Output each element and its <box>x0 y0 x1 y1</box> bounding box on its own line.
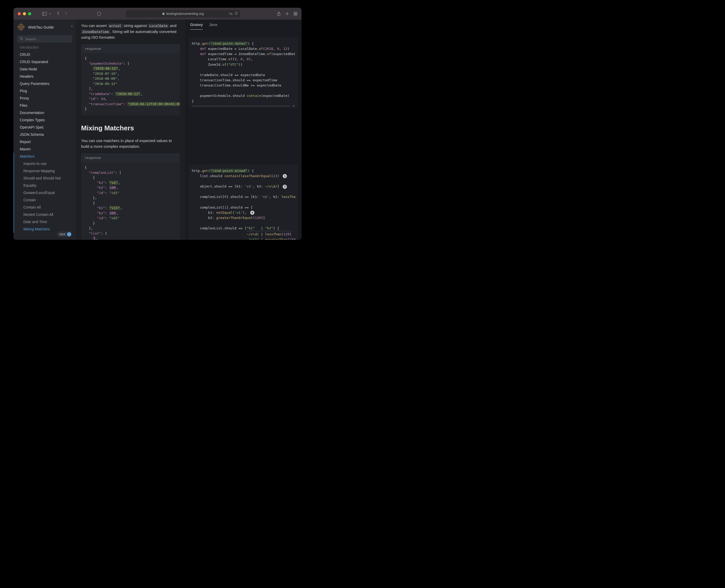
article-column: You can assert actual string against Loc… <box>76 20 185 240</box>
nav-sub-imports[interactable]: Imports to use <box>14 160 76 167</box>
groovy-code-dates: http.get("/end-point-dates") { def expec… <box>189 37 298 107</box>
browser-window: testingisdocumenting.org ᴬ⇆ <box>14 8 301 240</box>
nav-matchers[interactable]: Matchers <box>14 153 76 160</box>
nav-query-parameters[interactable]: Query Parameters <box>14 80 76 87</box>
privacy-shield-icon[interactable] <box>97 12 101 16</box>
minimize-window-button[interactable] <box>23 12 26 15</box>
groovy-code-mixed: http.get("/end-point-mixed") { list.shou… <box>189 165 298 240</box>
logo-globe-icon <box>17 23 25 31</box>
url-text: testingisdocumenting.org <box>166 12 204 16</box>
nav-ping[interactable]: Ping <box>14 87 76 94</box>
svg-rect-7 <box>294 12 295 14</box>
share-icon[interactable] <box>277 12 281 16</box>
search-input[interactable]: Search... <box>17 35 72 43</box>
collapse-sidebar-icon[interactable] <box>71 24 73 29</box>
nav-sub-response-mapping[interactable]: Response Mapping <box>14 167 76 174</box>
svg-rect-10 <box>296 14 297 15</box>
annotation-badge-2: 2 <box>283 185 287 189</box>
nav-maven[interactable]: Maven <box>14 145 76 153</box>
tab-java[interactable]: Java <box>209 22 217 29</box>
tab-groovy[interactable]: Groovy <box>190 22 203 29</box>
language-tabs: Groovy Java <box>185 20 301 29</box>
nav-sub-greater-less-equal[interactable]: Greater/Less/Equal <box>14 189 76 196</box>
svg-rect-8 <box>296 12 297 14</box>
docs-sidebar: WebTau Guide Search... Introduction CRUD… <box>14 20 76 240</box>
code-sample-pane: Groovy Java http.get("/end-point-dates")… <box>185 20 301 240</box>
mixing-paragraph: You can use matchers in place of expecte… <box>81 138 180 150</box>
main-area: You can assert actual string against Loc… <box>76 20 301 240</box>
theme-toggle[interactable]: dark <box>57 231 72 237</box>
json-response-1: { "paymentSchedule": [ "2018-06-12", "20… <box>81 53 180 115</box>
response-label-2: response <box>81 153 180 163</box>
tab-overview-icon[interactable] <box>294 12 297 16</box>
toggle-knob <box>67 232 71 236</box>
nav-sub-equality[interactable]: Equality <box>14 182 76 189</box>
nav-report[interactable]: Report <box>14 138 76 145</box>
new-tab-icon[interactable] <box>285 12 289 16</box>
nav-openapi-spec[interactable]: OpenAPI Spec <box>14 124 76 131</box>
page-content: WebTau Guide Search... Introduction CRUD… <box>14 20 301 240</box>
reload-icon[interactable] <box>235 12 238 16</box>
svg-line-17 <box>22 39 23 40</box>
response-json-card-2: response { "complexList": [ { "k1": "v1"… <box>81 153 180 240</box>
nav-complex-types[interactable]: Complex Types <box>14 117 76 124</box>
annotation-badge-4: 4 <box>250 211 255 215</box>
nav-sub-nested-contain-all[interactable]: Nested Contain All <box>14 211 76 218</box>
nav-crud[interactable]: CRUD <box>14 51 76 58</box>
browser-toolbar: testingisdocumenting.org ᴬ⇆ <box>14 8 301 20</box>
response-json-card-1: response { "paymentSchedule": [ "2018-06… <box>81 44 180 115</box>
nav-json-schema[interactable]: JSON Schema <box>14 131 76 138</box>
nav-sub-should[interactable]: Should and Should Not <box>14 174 76 182</box>
nav-sub-date-time[interactable]: Date and Time <box>14 218 76 226</box>
forward-button[interactable] <box>64 11 67 16</box>
sidebar-nav: Introduction CRUD CRUD Separated Data No… <box>14 45 76 240</box>
address-bar[interactable]: testingisdocumenting.org ᴬ⇆ <box>126 10 240 17</box>
close-window-button[interactable] <box>18 12 21 15</box>
section-mixing-matchers: Mixing Matchers <box>81 123 180 133</box>
code-localdate: LocalDate <box>148 24 169 28</box>
intro-paragraph: You can assert actual string against Loc… <box>81 23 180 41</box>
svg-rect-0 <box>42 12 47 15</box>
lock-icon <box>162 12 165 16</box>
nav-proxy[interactable]: Proxy <box>14 94 76 102</box>
guide-title[interactable]: WebTau Guide <box>28 25 54 29</box>
json-response-2: { "complexList": [ { "k1": "v1", "k2": 1… <box>81 162 180 240</box>
svg-point-16 <box>20 37 22 40</box>
svg-rect-9 <box>294 14 295 15</box>
maximize-window-button[interactable] <box>28 12 31 15</box>
code-actual: actual <box>108 24 123 28</box>
back-button[interactable] <box>57 11 60 16</box>
nav-headers[interactable]: Headers <box>14 73 76 80</box>
nav-introduction[interactable]: Introduction <box>14 45 76 51</box>
response-label: response <box>81 44 180 54</box>
annotation-badge-1: 1 <box>283 174 287 178</box>
nav-documentation[interactable]: Documentation <box>14 109 76 117</box>
chevron-down-icon[interactable] <box>49 13 52 15</box>
nav-sub-contain-all[interactable]: Contain All <box>14 204 76 211</box>
nav-crud-separated[interactable]: CRUD Separated <box>14 58 76 65</box>
nav-sub-contain[interactable]: Contain <box>14 196 76 204</box>
nav-data-node[interactable]: Data Node <box>14 65 76 73</box>
search-icon <box>20 37 23 41</box>
svg-rect-2 <box>162 13 164 15</box>
code-scroll-area[interactable]: http.get("/end-point-dates") { def expec… <box>185 29 301 240</box>
code-zoneddatetime: ZonedDateTime <box>81 29 110 34</box>
search-placeholder: Search... <box>25 37 39 41</box>
sidebar-toggle-icon[interactable] <box>42 12 47 16</box>
window-controls <box>18 12 31 15</box>
theme-label: dark <box>60 232 65 236</box>
nav-files[interactable]: Files <box>14 102 76 109</box>
translate-icon[interactable]: ᴬ⇆ <box>229 12 233 16</box>
